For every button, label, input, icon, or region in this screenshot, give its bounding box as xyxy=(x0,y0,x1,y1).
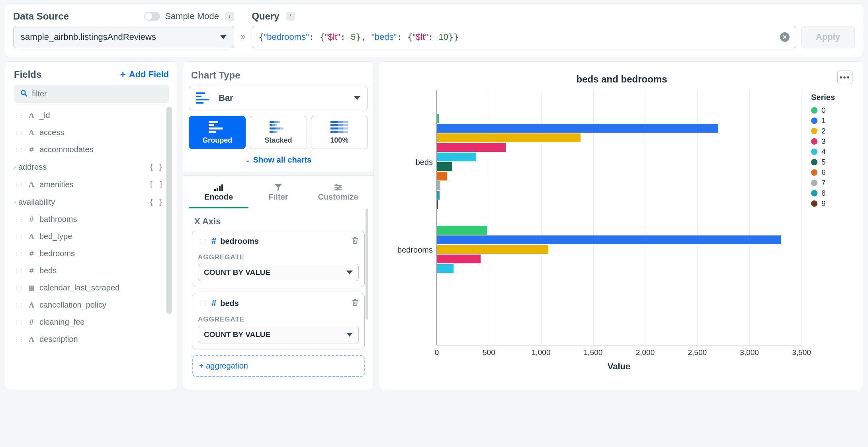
field-item[interactable]: ⋮⋮A_id xyxy=(14,107,163,124)
legend-swatch xyxy=(811,159,817,165)
bar xyxy=(437,172,447,180)
field-item[interactable]: ⋮⋮Aaccess xyxy=(14,124,163,141)
fields-filter-input[interactable] xyxy=(32,89,163,98)
bar xyxy=(437,133,581,142)
field-item[interactable]: ›availability{ } xyxy=(14,193,163,211)
legend-swatch xyxy=(811,107,817,114)
svg-rect-2 xyxy=(214,189,216,191)
field-item[interactable]: ⋮⋮Aamenities[ ] xyxy=(14,176,163,193)
encoding-card: ⋮⋮#bedroomsAGGREGATECOUNT BY VALUE xyxy=(192,231,365,287)
legend-item[interactable]: 3 xyxy=(811,136,855,147)
bar xyxy=(437,235,781,244)
chart-menu-button[interactable]: ••• xyxy=(837,71,852,84)
tab-encode[interactable]: Encode xyxy=(189,180,248,208)
field-item[interactable]: ⋮⋮#bedrooms xyxy=(14,245,163,262)
y-category-label: bedrooms xyxy=(397,245,437,255)
legend-item[interactable]: 8 xyxy=(811,188,855,198)
delete-encoding-button[interactable] xyxy=(352,236,359,246)
legend-swatch xyxy=(811,118,817,124)
subtype-stacked[interactable]: Stacked xyxy=(250,116,307,149)
bar xyxy=(437,191,440,200)
svg-point-9 xyxy=(339,186,340,188)
chevron-down-icon xyxy=(346,333,353,337)
field-item[interactable]: ⋮⋮#cleaning_fee xyxy=(14,314,163,331)
chart-title: beds and bedrooms xyxy=(389,74,855,85)
legend-item[interactable]: 5 xyxy=(811,157,855,167)
chart-type-select[interactable]: Bar xyxy=(189,86,368,110)
config-panel: Chart Type Bar GroupedStacked100% ⌄ Show… xyxy=(183,61,374,390)
data-source-value: sample_airbnb.listingsAndReviews xyxy=(21,32,156,42)
scrollbar-thumb[interactable] xyxy=(166,107,172,314)
field-item[interactable]: ⋮⋮Acancellation_policy xyxy=(14,296,163,314)
plus-icon: + xyxy=(120,69,126,80)
svg-point-0 xyxy=(21,90,25,94)
query-text: {"bedrooms": {"$lt": 5}, "beds": {"$lt":… xyxy=(258,32,459,42)
drag-handle-icon[interactable]: ⋮⋮ xyxy=(198,238,207,244)
legend-item[interactable]: 1 xyxy=(811,116,855,126)
field-item[interactable]: ⋮⋮Abed_type xyxy=(14,228,163,245)
y-category-label: beds xyxy=(416,158,437,167)
field-item[interactable]: ⋮⋮Adescription xyxy=(14,331,163,348)
field-name: bathrooms xyxy=(39,215,77,224)
x-tick: 2,000 xyxy=(636,345,655,357)
data-source-block: Data Source Sample Mode i sample_airbnb.… xyxy=(13,11,234,48)
info-icon[interactable]: i xyxy=(225,12,234,21)
add-field-button[interactable]: + Add Field xyxy=(120,69,169,80)
drag-handle-icon[interactable]: ⋮⋮ xyxy=(198,300,207,306)
svg-rect-4 xyxy=(219,186,221,191)
tab-customize[interactable]: Customize xyxy=(308,180,368,208)
fields-filter-box[interactable] xyxy=(14,85,169,103)
sample-mode-toggle[interactable] xyxy=(144,12,160,21)
data-source-label: Data Source xyxy=(13,11,69,22)
delete-encoding-button[interactable] xyxy=(352,298,359,308)
type-badge: [ ] xyxy=(149,180,163,189)
info-icon[interactable]: i xyxy=(286,12,295,21)
x-tick: 3,000 xyxy=(740,345,759,357)
field-name: description xyxy=(39,335,78,344)
bar xyxy=(437,226,487,235)
svg-rect-3 xyxy=(217,188,218,191)
aggregate-select[interactable]: COUNT BY VALUE xyxy=(198,326,359,343)
legend-item[interactable]: 2 xyxy=(811,126,855,136)
field-name: address xyxy=(18,163,47,172)
field-name: bedrooms xyxy=(39,249,75,258)
chart-plot-area: 05001,0001,5002,0002,5003,0003,500bedsbe… xyxy=(436,90,802,345)
field-item[interactable]: ›address{ } xyxy=(14,158,163,176)
x-tick: 500 xyxy=(483,345,495,357)
show-all-label: Show all charts xyxy=(253,155,312,165)
bar xyxy=(437,264,454,273)
field-item[interactable]: ⋮⋮#accommodates xyxy=(14,141,163,158)
x-tick: 3,500 xyxy=(792,345,811,357)
add-aggregation-button[interactable]: + aggregation xyxy=(192,355,365,377)
chevron-down-icon xyxy=(346,271,353,274)
field-name: beds xyxy=(39,266,57,275)
query-input[interactable]: {"bedrooms": {"$lt": 5}, "beds": {"$lt":… xyxy=(252,26,796,48)
legend-item[interactable]: 6 xyxy=(811,167,855,178)
apply-button[interactable]: Apply xyxy=(801,26,855,48)
tab-filter[interactable]: Filter xyxy=(248,180,308,208)
clear-query-button[interactable]: ✕ xyxy=(780,32,790,42)
show-all-charts-button[interactable]: ⌄ Show all charts xyxy=(189,149,368,167)
data-source-select[interactable]: sample_airbnb.listingsAndReviews xyxy=(13,26,234,48)
field-item[interactable]: ⋮⋮#bathrooms xyxy=(14,211,163,228)
number-type-icon: # xyxy=(211,236,216,246)
bar xyxy=(437,143,506,152)
chevron-right-icon: » xyxy=(240,31,245,42)
field-item[interactable]: ⋮⋮▦calendar_last_scraped xyxy=(14,279,163,296)
x-tick: 1,500 xyxy=(584,345,603,357)
bar xyxy=(437,255,481,263)
aggregate-select[interactable]: COUNT BY VALUE xyxy=(198,264,359,281)
search-icon xyxy=(20,89,28,98)
field-name: bed_type xyxy=(39,232,72,241)
field-item[interactable]: ⋮⋮#beds xyxy=(14,262,163,279)
legend-item[interactable]: 4 xyxy=(811,147,855,157)
legend-item[interactable]: 9 xyxy=(811,198,855,209)
top-bar: Data Source Sample Mode i sample_airbnb.… xyxy=(5,3,863,57)
legend-item[interactable]: 0 xyxy=(811,105,855,116)
subtype-grouped[interactable]: Grouped xyxy=(189,116,246,149)
legend-item[interactable]: 7 xyxy=(811,178,855,188)
chevron-down-icon: ⌄ xyxy=(245,157,250,163)
scrollbar-thumb[interactable] xyxy=(366,208,368,320)
bar xyxy=(437,162,452,171)
subtype-100%[interactable]: 100% xyxy=(311,116,368,149)
